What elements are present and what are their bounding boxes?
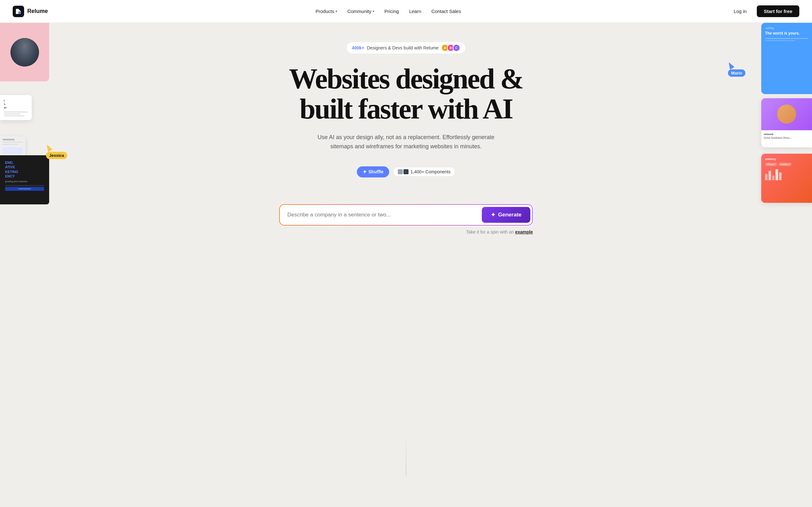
float-left-dark-card: END,ATIVEKETINGENCY growing your busines… — [0, 155, 49, 205]
main-content: tnas END,ATIVEKETINGENCY growing your bu… — [0, 0, 812, 507]
nav-logo[interactable]: Relume — [13, 6, 48, 17]
nav-center: Products ▾ Community ▾ Pricing Learn Con… — [316, 9, 461, 14]
generate-button[interactable]: ✦ Generate — [482, 207, 530, 223]
component-icons — [398, 169, 409, 174]
social-proof-text: Designers & Devs build with Relume — [367, 45, 438, 50]
nav-contact-label: Contact Sales — [432, 9, 461, 14]
float-right-person-image — [761, 98, 812, 130]
float-right-card-title: refound — [764, 133, 809, 135]
shuffle-button[interactable]: ✦ Shuffle — [357, 166, 389, 177]
nav-item-learn[interactable]: Learn — [409, 9, 421, 14]
generate-box: ✦ Generate — [279, 204, 533, 226]
hint-text: Take it for a spin with an — [466, 229, 514, 234]
nav-pricing-label: Pricing — [385, 9, 399, 14]
avatar-group: A B C — [441, 44, 460, 52]
generate-button-label: Generate — [498, 212, 521, 218]
float-right-card-desc: Drive business throu... — [764, 136, 809, 139]
hero-title: Websites designed & built faster with AI — [289, 64, 523, 124]
social-proof-badge: 400k+ Designers & Devs build with Relume… — [346, 42, 466, 54]
components-label: 1,400+ Components — [410, 169, 450, 174]
hero-section: 400k+ Designers & Devs build with Relume… — [276, 23, 536, 198]
start-button[interactable]: Start for free — [757, 5, 799, 17]
nav-learn-label: Learn — [409, 9, 421, 14]
float-right-card-content: refound Drive business throu... — [761, 130, 812, 142]
float-right-top-text: The world is yours. — [765, 31, 808, 36]
hero-title-line2: built faster with AI — [300, 93, 513, 124]
components-badge: 1,400+ Components — [393, 167, 455, 176]
tag-intelligent: Intelligent — [778, 163, 792, 166]
generate-input[interactable] — [287, 207, 482, 223]
cursor-jessica: Jessica — [46, 144, 67, 159]
float-left-wireframe: tnas — [0, 95, 32, 120]
example-link[interactable]: example — [515, 229, 533, 234]
cursor-mario-arrow — [727, 61, 734, 69]
generate-hint: Take it for a spin with an example — [279, 229, 533, 234]
hero-title-line1: Websites designed & — [289, 63, 523, 95]
social-proof-count: 400k+ — [352, 45, 364, 50]
nav-item-contact[interactable]: Contact Sales — [432, 9, 461, 14]
nav-community-label: Community — [347, 9, 371, 14]
float-right-blue-card: AirPlay The world is yours. — [761, 23, 812, 94]
person-image — [10, 38, 39, 66]
nav-products-label: Products — [316, 9, 334, 14]
nav-right: Log in Start for free — [728, 5, 799, 17]
tag-shopper: Shopper — [765, 163, 777, 166]
center-divider — [406, 437, 406, 475]
float-right-app-card: memory Shopper Intelligent — [761, 154, 812, 203]
float-right-app-inner: memory Shopper Intelligent — [761, 154, 812, 203]
component-icon-2 — [403, 169, 409, 174]
logo-icon — [13, 6, 24, 17]
shuffle-bar: ✦ Shuffle 1,400+ Components — [289, 166, 523, 177]
login-button[interactable]: Log in — [728, 6, 752, 16]
shuffle-icon: ✦ — [362, 169, 367, 175]
wireframe-text: tnas — [4, 99, 28, 110]
float-right-person-card: refound Drive business throu... — [761, 98, 812, 147]
nav-item-pricing[interactable]: Pricing — [385, 9, 399, 14]
cursor-mario: Mario — [728, 62, 745, 77]
float-right-app-label: memory — [765, 158, 808, 161]
cursor-jessica-label: Jessica — [46, 152, 67, 159]
logo-text: Relume — [27, 8, 48, 14]
cursor-jessica-arrow — [45, 143, 53, 152]
cursor-mario-label: Mario — [728, 69, 745, 77]
navbar: Relume Products ▾ Community ▾ Pricing Le… — [0, 0, 812, 23]
nav-item-community[interactable]: Community ▾ — [347, 9, 374, 14]
hero-subtitle: Use AI as your design ally, not as a rep… — [311, 133, 501, 151]
float-left-person — [0, 23, 49, 81]
dark-card-text: END,ATIVEKETINGENCY — [5, 160, 44, 178]
avatar-3: C — [453, 44, 460, 52]
generate-section: ✦ Generate Take it for a spin with an ex… — [266, 204, 546, 234]
nav-item-products[interactable]: Products ▾ — [316, 9, 337, 14]
component-icon-1 — [398, 169, 403, 174]
chevron-down-icon: ▾ — [336, 9, 337, 13]
chevron-down-icon: ▾ — [373, 9, 374, 13]
float-right-top-label: AirPlay — [765, 26, 808, 30]
sparkle-icon: ✦ — [491, 211, 496, 218]
shuffle-label: Shuffle — [368, 169, 384, 174]
